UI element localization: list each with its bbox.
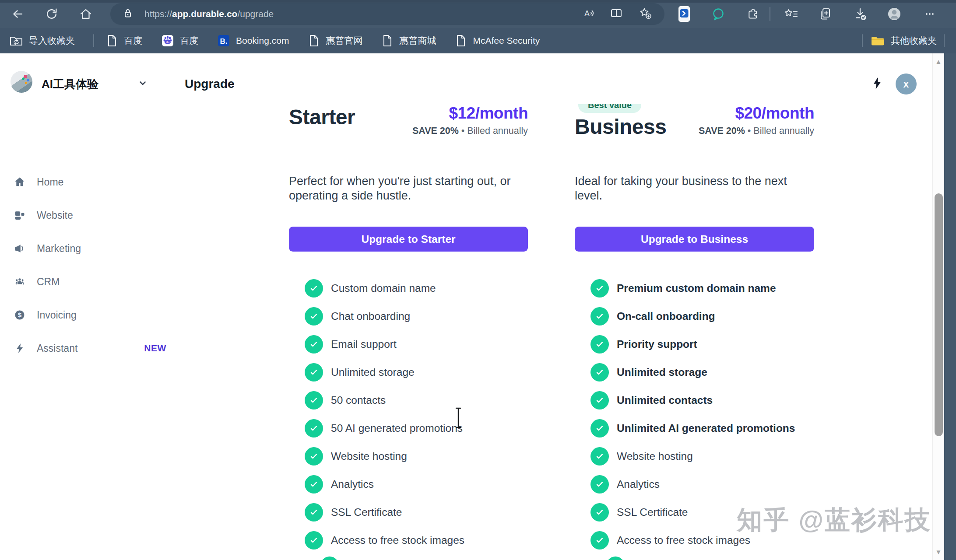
sidebar-item-marketing[interactable]: Marketing (13, 236, 81, 261)
bookmark-baidu-1[interactable]: 百度 (105, 34, 142, 48)
bookmark-hp-official[interactable]: 惠普官网 (307, 34, 362, 48)
page-icon (454, 34, 467, 48)
url-text: https://app.durable.co/upgrade (144, 9, 274, 19)
workspace-switcher-button[interactable] (137, 77, 149, 91)
feature-label: Chat onboarding (331, 310, 410, 322)
downloads-button[interactable] (853, 6, 868, 22)
home-button[interactable] (75, 4, 96, 24)
people-icon (13, 275, 26, 288)
feature-label: SSL Certificate (617, 506, 688, 518)
add-favorite-button[interactable] (638, 6, 653, 22)
check-icon (305, 363, 323, 382)
other-favorites-button[interactable]: 其他收藏夹 (870, 34, 937, 48)
bookmark-booking[interactable]: B. Booking.com (217, 34, 289, 48)
check-icon (305, 419, 323, 438)
import-favorites-button[interactable]: 导入收藏夹 (9, 34, 75, 48)
refresh-button[interactable] (41, 4, 62, 24)
bookmarks-divider (944, 34, 945, 47)
home-icon (79, 7, 93, 21)
new-badge: NEW (144, 343, 166, 354)
feature-row: Access to free stock images (289, 526, 528, 554)
svg-text:B.: B. (220, 37, 228, 46)
read-aloud-icon: A (582, 6, 597, 20)
feature-label: Custom domain name (331, 282, 436, 294)
feature-label: Website hosting (617, 450, 693, 462)
sidebar-item-website[interactable]: Website (13, 203, 73, 228)
settings-menu-button[interactable] (923, 7, 937, 21)
sidebar-item-assistant[interactable]: Assistant NEW (13, 336, 166, 360)
plan-price-block: $12/month SAVE 20% • Billed annually (412, 104, 528, 136)
svg-text:du: du (166, 41, 169, 44)
page-scrollbar[interactable]: ▲ ▼ (932, 53, 944, 560)
feature-label: Priority support (617, 338, 697, 350)
sidebar-item-crm[interactable]: CRM (13, 270, 60, 294)
download-icon (853, 6, 868, 22)
feature-row: Unlimited contacts (575, 386, 814, 414)
feature-label: Analytics (331, 478, 374, 490)
bookmark-label: 其他收藏夹 (891, 35, 937, 47)
bookmark-hp-store[interactable]: 惠普商城 (381, 34, 436, 48)
feature-label: Access to free stock images (617, 534, 750, 546)
quick-actions-button[interactable] (870, 76, 884, 92)
collections-icon (818, 7, 833, 21)
check-icon (305, 475, 323, 494)
check-icon (590, 335, 609, 354)
feature-row: Custom domain name (289, 274, 528, 302)
best-value-badge: Best value (578, 104, 641, 113)
bookmark-baidu-2[interactable]: du 百度 (161, 34, 198, 48)
svg-text:A: A (584, 9, 590, 18)
bookmarks-divider (862, 34, 863, 47)
back-button[interactable] (7, 4, 28, 24)
bookmark-label: 导入收藏夹 (29, 35, 75, 47)
feature-list: Custom domain name Chat onboarding Email… (289, 274, 528, 554)
feature-label: Analytics (617, 478, 660, 490)
read-aloud-button[interactable]: A (582, 6, 597, 22)
upgrade-to-business-button[interactable]: Upgrade to Business (575, 227, 814, 252)
sidebar-item-label: Home (37, 176, 63, 188)
scrollbar-thumb[interactable] (935, 193, 943, 436)
booking-icon: B. (217, 34, 231, 48)
address-bar[interactable]: https://app.durable.co/upgrade A (110, 3, 664, 25)
chat-extension-button[interactable] (710, 6, 726, 22)
check-icon (606, 556, 625, 560)
profile-button[interactable] (886, 6, 903, 22)
user-avatar[interactable]: x (896, 74, 917, 94)
plan-price-block: $20/month SAVE 20% • Billed annually (699, 104, 814, 136)
sidebar-item-label: CRM (37, 276, 60, 288)
check-icon (305, 503, 323, 522)
back-icon (11, 7, 25, 21)
feature-label: Unlimited storage (331, 366, 415, 378)
page-icon (307, 34, 320, 48)
collections-button[interactable] (818, 7, 833, 21)
feature-label: SSL Certificate (331, 506, 402, 518)
check-icon (305, 335, 323, 354)
folder-icon (870, 34, 886, 48)
check-icon (305, 447, 323, 466)
browser-toolbar: https://app.durable.co/upgrade A (0, 0, 956, 28)
sidebar-item-label: Website (37, 210, 73, 221)
feature-label: Website hosting (331, 450, 407, 462)
chat-bubble-icon (710, 6, 726, 22)
sidebar-item-home[interactable]: Home (13, 170, 63, 194)
split-screen-button[interactable] (609, 6, 623, 22)
workspace-logo[interactable] (11, 71, 32, 93)
bookmarks-bar: 导入收藏夹 百度 du 百度 B. Booking.com 惠普官网 惠普商城 (0, 28, 956, 53)
feature-row: Analytics (575, 470, 814, 498)
page-icon (381, 34, 394, 48)
sidebar-item-invoicing[interactable]: $ Invoicing (13, 303, 77, 327)
favorites-button[interactable] (783, 7, 799, 21)
extensions-button[interactable] (745, 7, 760, 21)
bookmark-mcafee[interactable]: McAfee Security (454, 34, 540, 48)
check-icon (590, 307, 609, 326)
upgrade-to-starter-button[interactable]: Upgrade to Starter (289, 227, 528, 252)
scroll-up-icon[interactable]: ▲ (935, 58, 942, 65)
feature-row: Premium custom domain name (575, 274, 814, 302)
check-icon (590, 531, 609, 550)
bookmark-label: 惠普官网 (326, 35, 362, 47)
sidebar-item-label: Assistant (37, 343, 77, 354)
star-plus-icon (638, 6, 653, 20)
check-icon (305, 279, 323, 298)
feature-label: On-call onboarding (617, 310, 715, 322)
extension-shortcut-button[interactable] (677, 5, 692, 23)
scroll-down-icon[interactable]: ▼ (935, 548, 942, 556)
